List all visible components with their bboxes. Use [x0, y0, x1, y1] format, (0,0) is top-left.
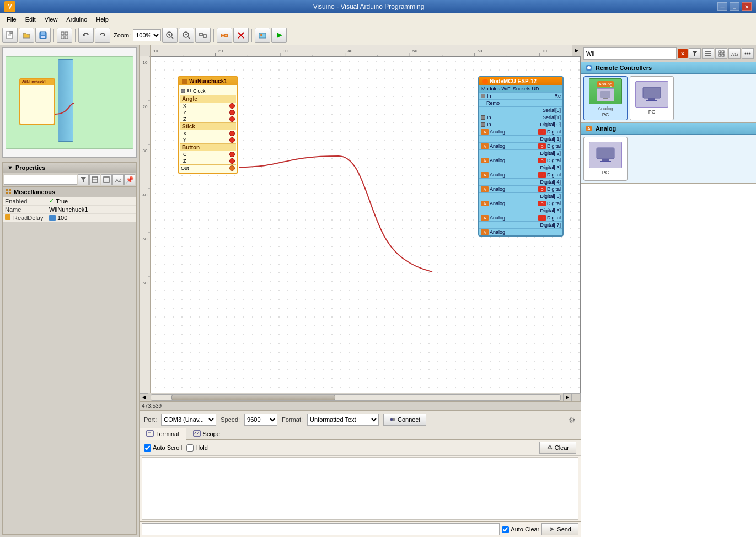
category-analog-header[interactable]: A Analog — [581, 123, 756, 135]
auto-clear-label-el[interactable]: Auto Clear — [502, 526, 539, 533]
zoom-out-button[interactable] — [179, 28, 194, 43]
clear-icon — [546, 444, 553, 451]
connect-button[interactable]: Connect — [383, 414, 426, 426]
auto-scroll-label[interactable]: Auto Scroll — [144, 444, 182, 452]
hold-checkbox[interactable] — [186, 444, 194, 452]
component-pc-2[interactable]: PC — [583, 137, 628, 181]
properties-header[interactable]: ▼ Properties — [3, 163, 136, 173]
clock-label — [186, 88, 192, 94]
zoom-select[interactable]: 100% — [133, 29, 161, 41]
redo-button[interactable] — [95, 28, 110, 43]
in-port-1[interactable] — [481, 94, 485, 98]
prop-expand-btn[interactable] — [89, 174, 100, 185]
angle-x-port[interactable] — [229, 103, 235, 109]
restore-button[interactable]: □ — [730, 2, 739, 11]
settings-icon[interactable]: ⚙ — [565, 414, 578, 427]
delete-button[interactable] — [233, 28, 249, 43]
auto-scroll-checkbox[interactable] — [144, 444, 151, 452]
svg-rect-38 — [6, 192, 8, 194]
search-filter-btn[interactable] — [689, 48, 701, 59]
canvas[interactable]: WiiNunchuck1 — [151, 56, 581, 393]
board-button[interactable] — [255, 28, 270, 43]
menu-file[interactable]: File — [2, 15, 21, 24]
scroll-left-btn[interactable]: ◀ — [140, 393, 148, 402]
pc-icon — [642, 86, 662, 103]
close-button[interactable]: ✕ — [742, 2, 752, 11]
hold-label[interactable]: Hold — [186, 444, 208, 452]
component-pc-1[interactable]: PC — [630, 76, 674, 120]
compile-button[interactable] — [271, 28, 287, 43]
out-port[interactable] — [229, 165, 235, 171]
menu-help[interactable]: Help — [92, 15, 113, 24]
hscroll-track[interactable] — [151, 394, 561, 401]
button-z-port[interactable] — [229, 158, 235, 164]
svg-text:10: 10 — [153, 49, 158, 53]
svg-rect-106 — [602, 159, 609, 161]
undo-button[interactable] — [78, 28, 94, 43]
grid-button[interactable] — [57, 28, 72, 43]
angle-z-port[interactable] — [229, 116, 235, 122]
nodemcu-icon — [482, 79, 488, 84]
search-more-btn[interactable] — [742, 48, 754, 59]
add-component-button[interactable]: C+ — [217, 28, 232, 43]
analog-icon-1: A — [481, 143, 489, 149]
zoom-fit-button[interactable] — [195, 28, 211, 43]
out-label: Out — [181, 165, 189, 171]
angle-y-port[interactable] — [229, 110, 235, 115]
category-remote-header[interactable]: Remote Controllers — [581, 62, 756, 74]
search-list-btn[interactable] — [702, 48, 714, 59]
new-button[interactable] — [2, 28, 18, 43]
scroll-right-btn[interactable]: ▶ — [572, 45, 581, 56]
stick-y-port[interactable] — [229, 137, 235, 143]
wii-nunchuck-component[interactable]: WiiNunchuck1 — [178, 76, 238, 174]
menu-view[interactable]: View — [40, 15, 62, 24]
component-analog-pc[interactable]: Analog AnalogPC — [583, 76, 628, 120]
prop-filter-btn[interactable] — [78, 174, 89, 185]
search-grid-btn[interactable] — [715, 48, 727, 59]
send-button[interactable]: Send — [541, 523, 578, 535]
nodemcu-analog-digital-4: A Analog D Digital — [479, 185, 562, 192]
clear-button[interactable]: Clear — [539, 442, 576, 454]
svg-text:40: 40 — [348, 49, 353, 53]
search-input[interactable] — [583, 47, 677, 60]
minimize-button[interactable]: ─ — [717, 2, 727, 11]
svg-marker-84 — [692, 51, 698, 56]
search-sort-btn[interactable]: A↕Z — [728, 48, 741, 59]
in-port-2[interactable] — [481, 115, 485, 120]
canvas-hscroll[interactable]: ◀ ▶ — [140, 393, 581, 401]
nodemcu-analog-digital-6: A Analog D Digital — [479, 214, 562, 221]
properties-search[interactable] — [4, 175, 77, 185]
save-button[interactable] — [35, 28, 51, 43]
nodemcu-in-1: In Re — [479, 92, 562, 99]
pin-button[interactable]: 📌 — [124, 174, 135, 185]
button-c-port[interactable] — [229, 152, 235, 157]
nodemcu-analog-digital-0: A Analog D Digital — [479, 128, 562, 135]
center-area: 10 20 30 40 50 60 70 — [140, 45, 581, 537]
in-port-3[interactable] — [481, 122, 485, 127]
comp-label-analog-pc: AnalogPC — [598, 106, 613, 118]
search-clear-button[interactable]: ✕ — [678, 49, 688, 58]
port-select[interactable]: COM3 (Unav... — [161, 414, 216, 426]
canvas-scroll[interactable]: WiiNunchuck1 — [151, 56, 581, 393]
scroll-right-btn2[interactable]: ▶ — [563, 393, 572, 402]
speed-select[interactable]: 9600 — [244, 414, 277, 426]
clock-port-left[interactable] — [181, 89, 185, 93]
toolbar-sep-4 — [251, 29, 252, 42]
zoom-in-button[interactable] — [162, 28, 178, 43]
prop-sort-btn[interactable]: AZ — [112, 174, 124, 185]
prop-collapse-btn[interactable] — [101, 174, 112, 185]
serial-input-field[interactable] — [142, 523, 500, 535]
serial-1-text: Serial[1] — [491, 115, 561, 120]
nodemcu-component[interactable]: NodeMCU ESP-12 Modules.WiFi.Sockets.UD I… — [478, 76, 564, 237]
prop-row-readdelay: ReadDelay 100 — [3, 214, 136, 222]
menu-arduino[interactable]: Arduino — [62, 15, 92, 24]
open-button[interactable] — [19, 28, 34, 43]
menu-edit[interactable]: Edit — [21, 15, 40, 24]
terminal-area[interactable] — [142, 457, 578, 520]
auto-clear-checkbox[interactable] — [502, 526, 509, 533]
tab-terminal[interactable]: Terminal — [140, 428, 186, 440]
hscroll-thumb[interactable] — [171, 395, 335, 400]
tab-scope[interactable]: Scope — [186, 428, 227, 439]
stick-x-port[interactable] — [229, 131, 235, 136]
format-select[interactable]: Unformatted Text — [307, 414, 379, 426]
